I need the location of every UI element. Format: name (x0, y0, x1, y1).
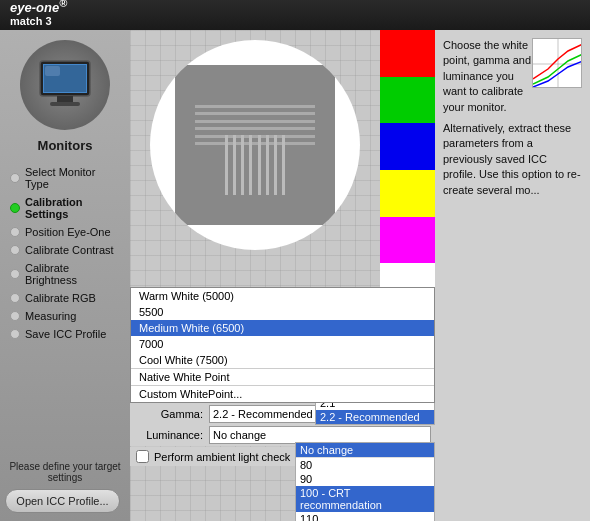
gamma-selected-value: 2.2 - Recommended (213, 408, 313, 420)
sidebar-nav: Select Monitor Type Calibration Settings… (0, 163, 130, 343)
sidebar-item-position-eye-one[interactable]: Position Eye-One (5, 223, 125, 241)
main-container: Monitors Select Monitor Type Calibration… (0, 30, 590, 521)
nav-dot (10, 293, 20, 303)
monitor-screen (175, 65, 335, 225)
lum-90[interactable]: 90 (296, 472, 434, 486)
mini-chart-svg (533, 39, 582, 88)
sidebar-item-select-monitor[interactable]: Select Monitor Type (5, 163, 125, 193)
sidebar-item-save-icc[interactable]: Save ICC Profile (5, 325, 125, 343)
lum-100[interactable]: 100 - CRT recommendation (296, 486, 434, 512)
lum-80[interactable]: 80 (296, 457, 434, 472)
swatch-blue (380, 123, 435, 170)
sidebar: Monitors Select Monitor Type Calibration… (0, 30, 130, 521)
nav-label: Calibrate Brightness (25, 262, 120, 286)
right-panel: Choose the white point, gamma and lumina… (435, 30, 590, 521)
nav-dot (10, 311, 20, 321)
sidebar-item-calibration-settings[interactable]: Calibration Settings (5, 193, 125, 223)
monitor-icon (35, 58, 95, 113)
wp-option-6500[interactable]: Medium White (6500) (131, 320, 434, 336)
logo-sub: match 3 (10, 15, 52, 27)
wp-option-custom[interactable]: Custom WhitePoint... (131, 385, 434, 402)
ambient-checkbox[interactable] (136, 450, 149, 463)
nav-label: Save ICC Profile (25, 328, 106, 340)
svg-rect-2 (57, 96, 73, 102)
open-icc-button[interactable]: Open ICC Profile... (5, 489, 120, 513)
app-header: eye-one® match 3 (0, 0, 590, 30)
sidebar-item-calibrate-contrast[interactable]: Calibrate Contrast (5, 241, 125, 259)
gamma-row: Gamma: 2.2 - Recommended 1.5 1.6 1.7 1.8… (130, 403, 435, 425)
luminance-label: Luminance: (134, 429, 209, 441)
wp-option-5500[interactable]: 5500 (131, 304, 434, 320)
nav-label: Calibrate RGB (25, 292, 96, 304)
swatch-red (380, 30, 435, 77)
sidebar-item-calibrate-brightness[interactable]: Calibrate Brightness (5, 259, 125, 289)
nav-label: Calibration Settings (25, 196, 120, 220)
mini-chart (532, 38, 582, 88)
nav-label: Measuring (25, 310, 76, 322)
sidebar-item-measuring[interactable]: Measuring (5, 307, 125, 325)
luminance-row: Luminance: No change No change 80 90 100… (130, 424, 435, 446)
luminance-values-list: No change 80 90 100 - CRT recommendation… (295, 442, 435, 521)
wp-option-5000[interactable]: Warm White (5000) (131, 288, 434, 304)
screen-v-lines (225, 135, 285, 195)
swatch-green (380, 77, 435, 124)
sidebar-title: Monitors (38, 138, 93, 153)
nav-dot (10, 269, 20, 279)
lum-no-change[interactable]: No change (296, 443, 434, 457)
monitor-icon-container (20, 40, 110, 130)
logo-sup: ® (59, 0, 67, 9)
wp-option-native[interactable]: Native White Point (131, 368, 434, 385)
gamma-val-22[interactable]: 2.2 - Recommended (316, 410, 434, 424)
app-logo: eye-one® match 3 (10, 0, 67, 33)
nav-label: Select Monitor Type (25, 166, 120, 190)
nav-dot (10, 329, 20, 339)
logo-text: eye-one (10, 0, 59, 15)
svg-rect-5 (45, 66, 60, 76)
wp-dropdown-list: Warm White (5000) 5500 Medium White (650… (130, 287, 435, 403)
color-swatches (380, 30, 435, 310)
svg-rect-3 (50, 102, 80, 106)
nav-dot (10, 203, 20, 213)
wp-option-7500[interactable]: Cool White (7500) (131, 352, 434, 368)
center-area: previously (130, 30, 435, 521)
monitor-display-circle (150, 40, 360, 250)
sidebar-item-calibrate-rgb[interactable]: Calibrate RGB (5, 289, 125, 307)
nav-label: Calibrate Contrast (25, 244, 114, 256)
wp-option-7000[interactable]: 7000 (131, 336, 434, 352)
sidebar-footer: Please define your target settings Open … (0, 453, 130, 521)
lum-110[interactable]: 110 (296, 512, 434, 521)
nav-dot (10, 173, 20, 183)
footer-text: Please define your target settings (5, 461, 125, 483)
nav-dot (10, 227, 20, 237)
right-panel-text2: Alternatively, extract these parameters … (443, 121, 582, 198)
nav-dot (10, 245, 20, 255)
swatch-yellow (380, 170, 435, 217)
gamma-label: Gamma: (134, 408, 209, 420)
swatch-magenta (380, 217, 435, 264)
ambient-label: Perform ambient light check (154, 451, 290, 463)
luminance-selected-value: No change (213, 429, 266, 441)
nav-label: Position Eye-One (25, 226, 111, 238)
